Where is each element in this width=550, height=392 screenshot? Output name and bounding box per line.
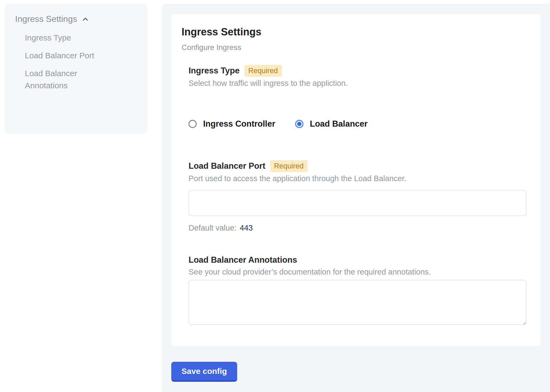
ingress-settings-card: Ingress Settings Configure Ingress Ingre… [171,14,540,346]
radio-selected-icon[interactable] [295,120,303,128]
field-load-balancer-annotations: Load Balancer Annotations See your cloud… [189,255,526,326]
page: Ingress Settings Ingress Type Load Balan… [0,0,550,392]
radio-option-load-balancer[interactable]: Load Balancer [295,119,368,129]
ingress-type-description: Select how traffic will ingress to the a… [189,78,526,89]
page-title: Ingress Settings [182,26,526,38]
sidebar-section-ingress-settings[interactable]: Ingress Settings [15,14,138,24]
radio-unselected-icon[interactable] [189,120,197,128]
lb-annotations-textarea[interactable] [189,280,526,325]
ingress-type-label: Ingress Type [189,65,240,76]
lb-annotations-description: See your cloud provider’s documentation … [189,266,526,278]
radio-option-ingress-controller[interactable]: Ingress Controller [189,119,275,129]
sidebar-header-label: Ingress Settings [15,14,77,24]
sidebar-items: Ingress Type Load Balancer Port Load Bal… [25,32,138,92]
lb-port-label-row: Load Balancer Port Required [189,160,526,172]
sidebar: Ingress Settings Ingress Type Load Balan… [4,4,147,133]
main-panel: Ingress Settings Configure Ingress Ingre… [162,4,550,392]
ingress-type-label-row: Ingress Type Required [189,65,526,77]
lb-port-description: Port used to access the application thro… [189,173,526,184]
sidebar-item-ingress-type[interactable]: Ingress Type [25,32,114,44]
lb-port-input[interactable] [189,190,526,216]
chevron-up-icon[interactable] [81,15,89,23]
lb-port-default-value: 443 [240,224,253,232]
radio-label-ingress-controller: Ingress Controller [203,119,275,129]
lb-port-label: Load Balancer Port [189,161,265,171]
ingress-type-radio-group: Ingress Controller Load Balancer [189,119,526,129]
lb-port-default-label: Default value: [189,224,236,232]
lb-port-required-badge: Required [270,160,307,172]
lb-port-default-row: Default value: 443 [189,224,526,232]
sidebar-item-load-balancer-port[interactable]: Load Balancer Port [25,49,114,62]
field-load-balancer-port: Load Balancer Port Required Port used to… [189,160,526,232]
lb-annotations-label: Load Balancer Annotations [189,255,297,265]
lb-annotations-label-row: Load Balancer Annotations [189,255,526,265]
ingress-type-required-badge: Required [244,65,282,77]
save-config-button[interactable]: Save config [171,362,237,382]
sidebar-item-load-balancer-annotations[interactable]: Load Balancer Annotations [25,67,114,92]
field-ingress-type: Ingress Type Required Select how traffic… [189,65,526,129]
radio-label-load-balancer: Load Balancer [310,119,368,129]
page-subtitle: Configure Ingress [182,43,526,52]
